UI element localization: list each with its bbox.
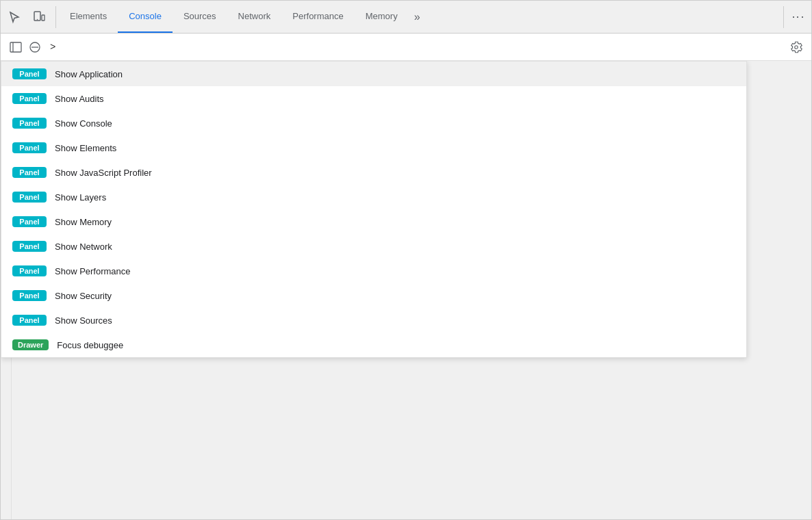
dropdown-item-label: Focus debuggee xyxy=(57,340,123,350)
badge-panel: Panel xyxy=(12,315,47,326)
tab-sources[interactable]: Sources xyxy=(173,1,227,33)
svg-point-2 xyxy=(37,18,38,19)
dropdown-item-label: Show Sources xyxy=(55,315,112,326)
svg-rect-1 xyxy=(42,15,45,21)
console-settings-button[interactable] xyxy=(787,38,806,57)
dropdown-item-show-javascript-profiler[interactable]: PanelShow JavaScript Profiler xyxy=(1,160,746,185)
inspect-element-button[interactable] xyxy=(3,6,25,28)
tab-console[interactable]: Console xyxy=(118,1,173,33)
badge-panel: Panel xyxy=(12,192,47,203)
badge-panel: Panel xyxy=(12,290,47,301)
tab-performance[interactable]: Performance xyxy=(281,1,354,33)
toolbar-icons xyxy=(3,6,50,28)
three-dots-icon: ⋮ xyxy=(790,10,805,23)
toolbar-right: ⋮ xyxy=(787,6,809,28)
dropdown-item-label: Show Layers xyxy=(55,192,106,203)
settings-gear-icon xyxy=(790,41,802,53)
device-icon xyxy=(32,10,46,24)
dropdown-item-label: Show Console xyxy=(55,118,112,129)
badge-panel: Panel xyxy=(12,265,47,276)
command-menu-dropdown: PanelShow ApplicationPanelShow AuditsPan… xyxy=(1,61,747,358)
toolbar-separator xyxy=(55,6,56,28)
dropdown-item-show-security[interactable]: PanelShow Security xyxy=(1,283,746,308)
dropdown-item-show-application[interactable]: PanelShow Application xyxy=(1,62,746,86)
dropdown-item-show-performance[interactable]: PanelShow Performance xyxy=(1,259,746,283)
badge-panel: Panel xyxy=(12,93,47,104)
dropdown-item-label: Show Elements xyxy=(55,143,116,153)
dropdown-item-label: Show JavaScript Profiler xyxy=(55,168,152,178)
badge-drawer: Drawer xyxy=(12,339,49,350)
clear-icon xyxy=(29,41,41,53)
dropdown-item-show-memory[interactable]: PanelShow Memory xyxy=(1,209,746,234)
main-content: › PanelShow ApplicationPanelShow AuditsP… xyxy=(1,61,811,519)
cursor-icon xyxy=(8,10,21,24)
svg-rect-3 xyxy=(10,42,21,52)
badge-panel: Panel xyxy=(12,241,47,252)
console-prompt: > xyxy=(50,42,787,53)
dropdown-item-show-network[interactable]: PanelShow Network xyxy=(1,234,746,259)
tabs-container: Elements Console Sources Network Perform… xyxy=(59,1,781,33)
device-toggle-button[interactable] xyxy=(28,6,50,28)
badge-panel: Panel xyxy=(12,68,47,79)
devtools-window: Elements Console Sources Network Perform… xyxy=(0,0,812,520)
dropdown-item-label: Show Application xyxy=(55,69,123,79)
tab-elements[interactable]: Elements xyxy=(59,1,118,33)
dropdown-item-show-audits[interactable]: PanelShow Audits xyxy=(1,86,746,111)
badge-panel: Panel xyxy=(12,142,47,153)
dropdown-item-label: Show Performance xyxy=(55,266,131,276)
badge-panel: Panel xyxy=(12,118,47,129)
tab-network[interactable]: Network xyxy=(227,1,282,33)
tab-memory[interactable]: Memory xyxy=(355,1,409,33)
dropdown-item-label: Show Audits xyxy=(55,94,104,104)
toolbar-right-separator xyxy=(783,6,784,28)
dropdown-item-label: Show Network xyxy=(55,242,112,252)
badge-panel: Panel xyxy=(12,216,47,227)
dropdown-item-label: Show Security xyxy=(55,291,112,301)
more-tabs-button[interactable]: » xyxy=(409,1,426,33)
dropdown-item-show-sources[interactable]: PanelShow Sources xyxy=(1,308,746,333)
console-sidebar-toggle-button[interactable] xyxy=(6,38,25,57)
clear-console-button[interactable] xyxy=(25,38,45,57)
dropdown-item-show-elements[interactable]: PanelShow Elements xyxy=(1,135,746,160)
dropdown-item-label: Show Memory xyxy=(55,217,112,227)
dropdown-item-show-console[interactable]: PanelShow Console xyxy=(1,111,746,135)
main-toolbar: Elements Console Sources Network Perform… xyxy=(1,1,811,34)
sidebar-toggle-icon xyxy=(10,41,22,53)
badge-panel: Panel xyxy=(12,167,47,178)
console-bar: > xyxy=(1,34,811,61)
dropdown-item-focus-debuggee[interactable]: DrawerFocus debuggee xyxy=(1,333,746,357)
dropdown-item-show-layers[interactable]: PanelShow Layers xyxy=(1,185,746,209)
more-options-button[interactable]: ⋮ xyxy=(787,6,809,28)
